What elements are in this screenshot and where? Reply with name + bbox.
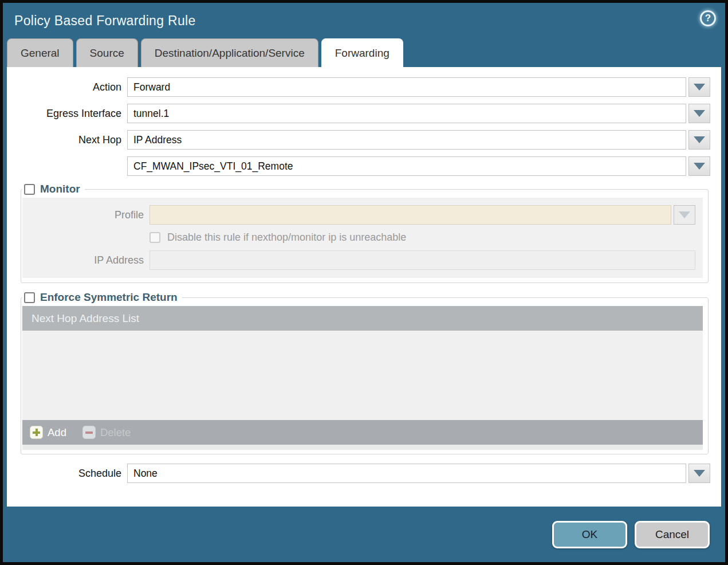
chevron-down-icon (694, 84, 705, 91)
tab-bar: General Source Destination/Application/S… (3, 38, 725, 67)
chevron-down-icon (694, 136, 705, 143)
monitor-checkbox[interactable] (24, 184, 35, 195)
esr-legend: Enforce Symmetric Return (22, 291, 182, 304)
next-hop-address-row: CF_MWAN_IPsec_VTI_01_Remote (7, 156, 710, 176)
monitor-legend: Monitor (22, 183, 85, 195)
disable-rule-row: Disable this rule if nexthop/monitor ip … (149, 232, 703, 244)
enforce-symmetric-return-checkbox[interactable] (24, 292, 35, 303)
next-hop-address-select[interactable]: CF_MWAN_IPsec_VTI_01_Remote (127, 156, 686, 176)
next-hop-address-list-table: Next Hop Address List Add Delete (22, 306, 703, 445)
egress-interface-row: Egress Interface tunnel.1 (7, 104, 710, 123)
schedule-dropdown-button[interactable] (688, 464, 710, 483)
action-dropdown-button[interactable] (688, 77, 710, 97)
chevron-down-icon (694, 110, 705, 117)
monitor-legend-label: Monitor (40, 183, 80, 195)
next-hop-type-select[interactable]: IP Address (127, 130, 686, 150)
esr-legend-label: Enforce Symmetric Return (40, 291, 178, 304)
action-select[interactable]: Forward (127, 77, 686, 97)
egress-interface-select[interactable]: tunnel.1 (127, 104, 686, 123)
tab-content-forwarding: Action Forward Egress Interface tunnel.1… (7, 67, 721, 507)
monitor-panel: Profile Disable this rule if nexthop/mon… (22, 198, 703, 278)
next-hop-address-list-body[interactable] (22, 331, 703, 420)
monitor-section: Monitor Profile Disable this rule if nex… (21, 183, 709, 283)
enforce-symmetric-return-section: Enforce Symmetric Return Next Hop Addres… (21, 291, 709, 454)
egress-interface-label: Egress Interface (7, 108, 121, 120)
egress-interface-dropdown-button[interactable] (688, 104, 710, 123)
profile-dropdown-button (674, 205, 695, 225)
schedule-label: Schedule (7, 468, 121, 480)
minus-icon (82, 426, 96, 439)
next-hop-address-list-header: Next Hop Address List (22, 306, 703, 331)
action-label: Action (7, 81, 121, 93)
tab-source[interactable]: Source (76, 38, 138, 67)
policy-based-forwarding-dialog: Policy Based Forwarding Rule ? General S… (0, 0, 728, 565)
tab-forwarding[interactable]: Forwarding (321, 38, 403, 67)
table-scroll-strip (22, 445, 703, 450)
chevron-down-icon (694, 163, 705, 170)
next-hop-dropdown-button[interactable] (688, 130, 710, 150)
next-hop-row: Next Hop IP Address (7, 130, 710, 150)
action-row: Action Forward (7, 77, 710, 97)
monitor-ip-address-input (149, 250, 695, 270)
cancel-button[interactable]: Cancel (635, 521, 710, 548)
help-icon[interactable]: ? (700, 10, 716, 26)
dialog-title: Policy Based Forwarding Rule (14, 13, 196, 29)
tab-general[interactable]: General (7, 38, 73, 67)
schedule-row: Schedule None (7, 464, 710, 483)
disable-rule-label: Disable this rule if nexthop/monitor ip … (167, 232, 406, 244)
monitor-profile-row: Profile (22, 205, 703, 225)
next-hop-label: Next Hop (7, 134, 121, 146)
delete-button-label: Delete (100, 426, 131, 439)
monitor-ip-address-label: IP Address (22, 254, 144, 266)
delete-button: Delete (82, 426, 131, 439)
tab-destination-application-service[interactable]: Destination/Application/Service (141, 38, 318, 67)
disable-rule-checkbox (149, 232, 160, 243)
profile-select (149, 205, 671, 225)
profile-label: Profile (22, 209, 144, 221)
add-button[interactable]: Add (30, 426, 66, 439)
dialog-titlebar: Policy Based Forwarding Rule ? (3, 3, 725, 38)
add-button-label: Add (48, 426, 66, 439)
chevron-down-icon (679, 211, 690, 218)
schedule-select[interactable]: None (127, 464, 686, 483)
chevron-down-icon (694, 470, 705, 477)
table-toolbar: Add Delete (22, 420, 703, 445)
dialog-footer: OK Cancel (3, 507, 725, 562)
next-hop-address-dropdown-button[interactable] (688, 156, 710, 176)
plus-icon (30, 426, 43, 439)
monitor-ip-address-row: IP Address (22, 250, 703, 270)
ok-button[interactable]: OK (552, 521, 627, 548)
